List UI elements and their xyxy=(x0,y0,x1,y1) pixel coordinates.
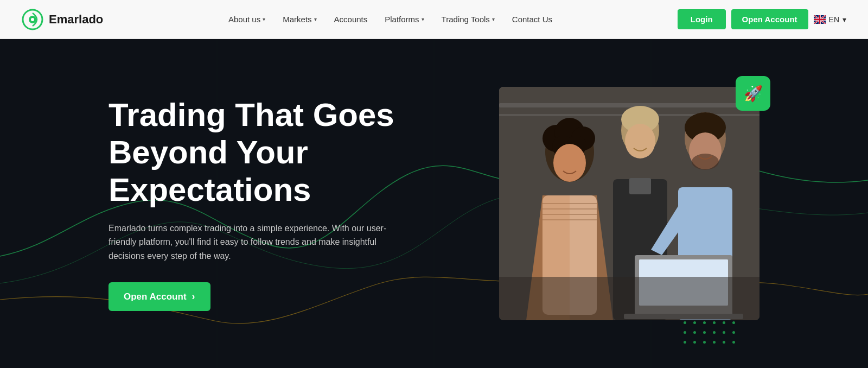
dot xyxy=(732,321,735,324)
dot xyxy=(693,341,696,344)
people-illustration xyxy=(499,87,760,320)
hero-description: Emarlado turns complex trading into a si… xyxy=(108,221,391,263)
hero-image-area: 🚀 xyxy=(499,87,760,320)
nav-accounts-label: Accounts xyxy=(334,15,368,24)
dot xyxy=(703,321,706,324)
dot xyxy=(723,321,725,324)
open-account-button[interactable]: Open Account xyxy=(731,9,808,29)
nav-actions: Login Open Account EN ▾ xyxy=(678,9,846,29)
nav-links: About us ▾ Markets ▾ Accounts Platforms … xyxy=(103,10,678,28)
login-button[interactable]: Login xyxy=(678,9,726,29)
logo-text: Emarlado xyxy=(49,12,103,27)
nav-contact-us-label: Contact Us xyxy=(512,15,552,24)
arrow-right-icon: › xyxy=(192,291,195,302)
svg-point-16 xyxy=(553,144,586,182)
svg-point-2 xyxy=(31,18,34,21)
dot xyxy=(693,321,696,324)
dot xyxy=(723,331,725,334)
language-selector[interactable]: EN ▾ xyxy=(814,15,846,24)
chevron-down-icon: ▾ xyxy=(492,16,495,22)
nav-contact-us[interactable]: Contact Us xyxy=(505,10,560,28)
hero-title: Trading That Goes Beyond Your Expectatio… xyxy=(108,96,434,208)
navbar: Emarlado About us ▾ Markets ▾ Accounts P… xyxy=(0,0,868,39)
dot xyxy=(684,321,686,324)
dot xyxy=(703,341,706,344)
dot xyxy=(684,331,686,334)
nav-markets-label: Markets xyxy=(283,15,311,24)
svg-rect-8 xyxy=(499,103,760,107)
dot xyxy=(732,341,735,344)
rocket-badge: 🚀 xyxy=(736,76,770,111)
nav-platforms-label: Platforms xyxy=(385,15,419,24)
hero-content: Trading That Goes Beyond Your Expectatio… xyxy=(0,96,434,312)
dot xyxy=(723,341,725,344)
rocket-icon: 🚀 xyxy=(744,85,763,103)
nav-platforms[interactable]: Platforms ▾ xyxy=(377,10,431,28)
logo-icon xyxy=(22,9,43,30)
svg-point-30 xyxy=(692,154,719,170)
dot xyxy=(713,341,716,344)
logo[interactable]: Emarlado xyxy=(22,9,103,30)
hero-image xyxy=(499,87,760,320)
svg-rect-26 xyxy=(629,178,651,194)
chevron-down-icon: ▾ xyxy=(314,16,317,22)
svg-rect-36 xyxy=(499,277,760,320)
hero-cta-label: Open Account xyxy=(124,291,187,302)
hero-open-account-button[interactable]: Open Account › xyxy=(108,282,210,311)
dot xyxy=(732,331,735,334)
nav-trading-tools[interactable]: Trading Tools ▾ xyxy=(434,10,502,28)
chevron-down-icon: ▾ xyxy=(422,16,424,22)
nav-about-us-label: About us xyxy=(228,15,260,24)
nav-markets[interactable]: Markets ▾ xyxy=(275,10,324,28)
nav-trading-tools-label: Trading Tools xyxy=(442,15,490,24)
dot xyxy=(684,341,686,344)
dot xyxy=(693,331,696,334)
hero-section: Trading That Goes Beyond Your Expectatio… xyxy=(0,39,868,368)
chevron-down-icon: ▾ xyxy=(843,15,846,24)
lang-code: EN xyxy=(829,15,839,24)
dot xyxy=(703,331,706,334)
flag-icon xyxy=(814,15,826,24)
dot xyxy=(713,321,716,324)
svg-point-24 xyxy=(625,124,655,158)
nav-about-us[interactable]: About us ▾ xyxy=(221,10,273,28)
people-background xyxy=(499,87,760,320)
dot-grid xyxy=(684,321,738,346)
chevron-down-icon: ▾ xyxy=(263,16,265,22)
dot xyxy=(713,331,716,334)
nav-accounts[interactable]: Accounts xyxy=(327,10,375,28)
